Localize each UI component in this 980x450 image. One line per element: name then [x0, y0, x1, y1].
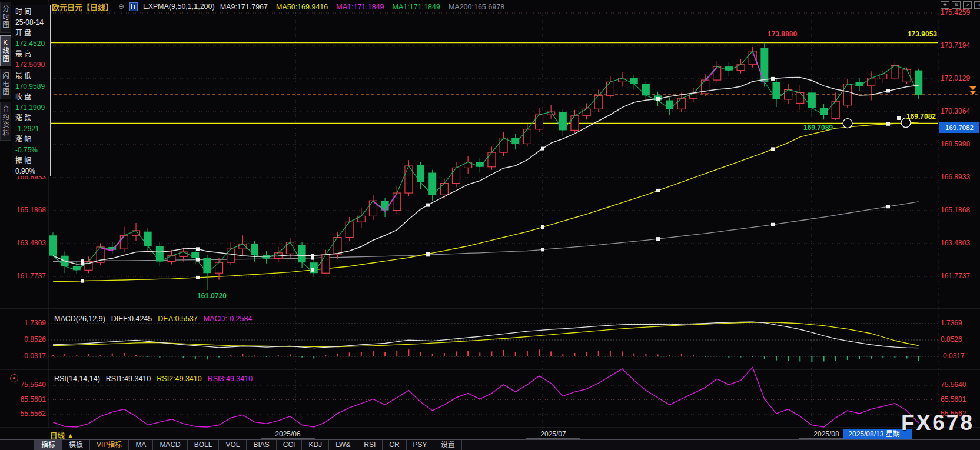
top-indicator-bar: 欧元日元【日线】 ⊖ EXPMA(9,50,1,1,200) MA9:171.7…	[52, 0, 513, 13]
date-axis-row: 日线 ▲ 2025/062025/072025/08 2025/08/13 星期…	[0, 428, 980, 440]
rsi-axis-label-right: 65.5601	[941, 395, 966, 404]
toolbar-item-CCI[interactable]: CCI	[277, 440, 303, 450]
toolbar-item-RSI[interactable]: RSI	[357, 440, 383, 450]
price-axis-label-right: 175.4259	[941, 8, 970, 16]
panel-header-part: DEA:0.5537	[158, 315, 197, 323]
price-axis-label-right: 168.5998	[941, 140, 970, 148]
price-axis-label-right: 173.7194	[941, 41, 970, 49]
info-panel-row: 振 幅	[15, 155, 50, 166]
price-axis-label-left: 161.7737	[5, 272, 46, 280]
date-axis-label: 2025/06	[275, 430, 300, 438]
toolbar-item-设置[interactable]: 设置	[434, 440, 462, 450]
price-axis-label-right: 170.3064	[941, 107, 970, 115]
rsi-axis-label-right: 75.5640	[941, 381, 966, 389]
chart-control-icon[interactable]: ⇅	[952, 1, 961, 9]
toolbar-item-BOLL[interactable]: BOLL	[188, 440, 220, 450]
ohlc-info-panel: 时 间25-08-14开 盘172.4520最 高172.5090最 低170.…	[12, 5, 51, 176]
ma-value-label: MA1:171.1849	[336, 3, 384, 11]
macd-axis-label-right: 0.8526	[941, 335, 962, 344]
macd-axis-label-left: 1.7369	[5, 319, 46, 327]
ma-value-label: MA200:165.6978	[449, 3, 504, 11]
fx678-watermark: FX678	[901, 411, 974, 435]
trading-app-window: 欧元日元【日线】 ⊖ EXPMA(9,50,1,1,200) MA9:171.7…	[0, 0, 980, 450]
rsi-header: RSI(14,14,14)RSI1:49.3410RSI2:49.3410RSI…	[54, 375, 258, 383]
toolbar-item-MA[interactable]: MA	[129, 440, 153, 450]
panel-header-part: RSI1:49.3410	[106, 375, 151, 383]
info-panel-row: 171.1909	[15, 102, 50, 113]
toolbar-item-MACD[interactable]: MACD	[153, 440, 187, 450]
date-axis-tick	[261, 438, 315, 439]
macd-axis-label-left: 0.8526	[5, 335, 46, 344]
info-panel-row: 涨 幅	[15, 134, 50, 145]
rsi-axis-label-left: 65.5601	[5, 395, 46, 404]
rsi-axis-label-left: 75.5640	[5, 381, 46, 389]
support-price-label-green: 169.7089	[803, 124, 833, 132]
info-panel-row: -0.75%	[15, 145, 50, 155]
panel-header-part: RSI(14,14,14)	[54, 375, 100, 383]
macd-header: MACD(26,12,9)DIFF:0.4245DEA:0.5537MACD:-…	[54, 315, 258, 323]
axis-price-tag: 169.7082	[939, 122, 979, 133]
chart-control-icon[interactable]: ⇗	[963, 1, 972, 9]
toolbar-item-KDJ[interactable]: KDJ	[302, 440, 329, 450]
low-price-label: 161.0720	[181, 292, 242, 300]
chart-title: 欧元日元【日线】	[52, 1, 113, 12]
kline-mini-icon	[129, 2, 138, 11]
rsi-settings-icon[interactable]	[10, 374, 18, 382]
toolbar-item-VIP指标[interactable]: VIP指标	[90, 440, 129, 450]
panel-header-part: DIFF:0.4245	[111, 315, 152, 323]
info-panel-row: 时 间	[15, 6, 50, 17]
panel-header-part: MACD(26,12,9)	[54, 315, 105, 323]
info-panel-row: 最 高	[15, 49, 50, 59]
price-axis-label-right: 163.4803	[941, 239, 970, 247]
price-axis-label-right: 166.8933	[941, 173, 970, 181]
indicator-label: EXPMA(9,50,1,1,200)	[143, 2, 215, 11]
price-axis-label-left: 163.4803	[5, 239, 46, 247]
info-panel-row: 开 盘	[15, 28, 50, 38]
chart-control-icon[interactable]: ✚	[941, 1, 949, 9]
info-panel-row: 172.5090	[15, 59, 50, 70]
ma-value-label: MA1:171.1849	[393, 3, 440, 11]
macd-axis-label-left: -0.0317	[5, 352, 46, 360]
chart-control-icon[interactable]: ⇥	[974, 1, 980, 9]
panel-header-part: RSI3:49.3410	[208, 375, 253, 383]
indicator-toolbar: 指标模板VIP指标MAMACDBOLLVOLBIASCCIKDJLW&RSICR…	[0, 439, 980, 450]
info-panel-row: 收 盘	[15, 92, 50, 102]
price-axis-label-right: 165.1868	[941, 206, 970, 214]
toolbar-item-BIAS[interactable]: BIAS	[247, 440, 276, 450]
price-axis-label-right: 172.0129	[941, 74, 970, 82]
info-panel-row: 170.9589	[15, 81, 50, 92]
toolbar-item-LW&[interactable]: LW&	[329, 440, 357, 450]
sidebar-tab-分时图[interactable]: 分时图	[0, 2, 11, 33]
date-axis-label: 2025/08	[813, 430, 839, 438]
sidebar-tab-K线图[interactable]: K线图	[0, 35, 11, 66]
info-panel-row: 涨 跌	[15, 113, 50, 124]
toolbar-item-VOL[interactable]: VOL	[219, 440, 247, 450]
panel-header-part: RSI2:49.3410	[157, 375, 201, 383]
toolbar-item-CR[interactable]: CR	[383, 440, 406, 450]
sidebar-tab-闪电图[interactable]: 闪电图	[0, 69, 11, 100]
rsi-axis-label-left: 55.5562	[5, 409, 46, 418]
peak-price-label: 173.8880	[768, 30, 797, 38]
date-axis-tick	[526, 438, 580, 439]
chart-mode-sidebar: 分时图K线图闪电图合约资料	[0, 0, 11, 141]
macd-axis-label-right: 1.7369	[941, 319, 962, 327]
toolbar-item-模板[interactable]: 模板	[62, 440, 90, 450]
ma-value-label: MA9:171.7967	[220, 3, 268, 11]
sidebar-tab-合约资料[interactable]: 合约资料	[0, 102, 11, 141]
info-panel-row: 0.90%	[15, 166, 50, 176]
price-axis-label-left: 165.1868	[5, 206, 46, 214]
macd-axis-label-right: -0.0317	[941, 352, 965, 360]
info-panel-row: -1.2921	[15, 124, 50, 134]
ma-value-labels: MA9:171.7967MA50:169.9416MA1:171.1849MA1…	[220, 1, 513, 12]
chart-window-controls: ✚⇅⇗⇥	[941, 1, 980, 9]
info-panel-row: 25-08-14	[15, 17, 50, 28]
date-axis-label: 2025/07	[540, 430, 566, 438]
panel-header-part: MACD:-0.2584	[204, 315, 253, 323]
collapse-icon[interactable]: ⊖	[118, 2, 124, 11]
toolbar-item-PSY[interactable]: PSY	[407, 440, 434, 450]
toolbar-item-指标[interactable]: 指标	[34, 440, 62, 450]
ma-value-label: MA50:169.9416	[276, 3, 328, 11]
trendline-top-label: 173.9053	[883, 30, 937, 38]
support-price-label-yellow: 169.7082	[883, 112, 936, 121]
price-axis-label-right: 161.7737	[941, 272, 970, 280]
